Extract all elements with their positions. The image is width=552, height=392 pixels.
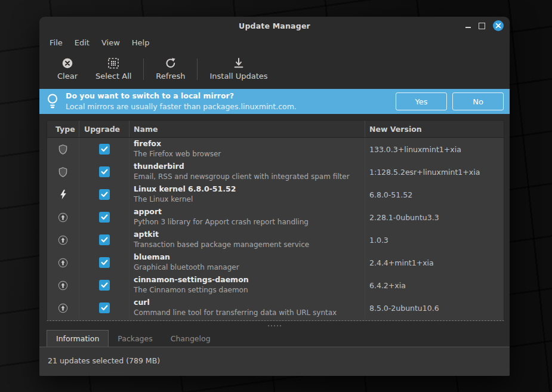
upgrade-cell xyxy=(79,138,129,160)
upgrade-checkbox[interactable] xyxy=(99,280,110,291)
upgrade-checkbox[interactable] xyxy=(99,189,110,200)
version-cell: 6.4.2+xia xyxy=(365,274,504,297)
package-description: Python 3 library for Apport crash report… xyxy=(134,217,309,227)
updates-table: Type Upgrade Name New Version firefoxThe… xyxy=(47,120,504,321)
column-header-name[interactable]: Name xyxy=(129,121,365,137)
version-cell: 133.0.3+linuxmint1+xia xyxy=(365,138,504,160)
arrow-up-circle-icon xyxy=(47,297,79,319)
package-name: apport xyxy=(134,207,309,217)
toolbar: Clear Select All Refresh Install Updates xyxy=(39,51,510,88)
mirror-banner-subtitle: Local mirrors are usually faster than pa… xyxy=(66,101,297,112)
lightbulb-icon xyxy=(46,92,59,110)
menu-view[interactable]: View xyxy=(95,36,126,49)
table-header: Type Upgrade Name New Version xyxy=(47,121,504,138)
tab-packages[interactable]: Packages xyxy=(109,330,161,347)
menu-file[interactable]: File xyxy=(44,36,69,49)
clear-label: Clear xyxy=(57,72,78,81)
install-updates-button[interactable]: Install Updates xyxy=(202,54,275,81)
mirror-banner-text: Do you want to switch to a local mirror?… xyxy=(66,91,297,112)
name-cell: bluemanGraphical bluetooth manager xyxy=(129,251,365,274)
name-cell: apportPython 3 library for Apport crash … xyxy=(129,206,365,229)
upgrade-checkbox[interactable] xyxy=(99,303,110,313)
maximize-icon[interactable] xyxy=(479,23,485,29)
select-all-button[interactable]: Select All xyxy=(88,54,138,81)
minimize-icon[interactable] xyxy=(465,27,471,28)
tab-changelog[interactable]: Changelog xyxy=(162,330,220,347)
column-header-new-version[interactable]: New Version xyxy=(365,121,504,137)
table-row[interactable]: aptkitTransaction based package manageme… xyxy=(47,229,504,251)
name-cell: Linux kernel 6.8.0-51.52The Linux kernel xyxy=(129,183,365,206)
package-new-version: 2.28.1-0ubuntu3.3 xyxy=(369,213,439,222)
status-panel: 21 updates selected (789 MB) xyxy=(39,347,510,376)
package-new-version: 2.4.4+mint1+xia xyxy=(369,258,434,267)
name-cell: thunderbirdEmail, RSS and newsgroup clie… xyxy=(129,160,365,183)
package-new-version: 1:128.5.2esr+linuxmint1+xia xyxy=(369,168,480,177)
pane-splitter-handle[interactable] xyxy=(39,321,510,330)
titlebar: Update Manager xyxy=(39,17,510,35)
arrow-up-circle-icon xyxy=(47,229,79,251)
version-cell: 2.28.1-0ubuntu3.3 xyxy=(365,206,504,229)
clear-button[interactable]: Clear xyxy=(47,54,88,81)
package-description: The Firefox web browser xyxy=(134,149,221,159)
upgrade-cell xyxy=(79,251,129,274)
upgrade-cell xyxy=(79,274,129,297)
table-row[interactable]: Linux kernel 6.8.0-51.52The Linux kernel… xyxy=(47,183,504,206)
package-name: firefox xyxy=(134,139,221,149)
mirror-yes-button[interactable]: Yes xyxy=(396,92,447,110)
refresh-button[interactable]: Refresh xyxy=(149,54,192,81)
upgrade-checkbox[interactable] xyxy=(99,257,110,268)
table-row[interactable]: cinnamon-settings-daemonThe Cinnamon set… xyxy=(47,274,504,297)
upgrade-cell xyxy=(79,183,129,206)
package-description: The Cinnamon settings daemon xyxy=(134,285,249,295)
shield-icon xyxy=(47,160,79,183)
select-all-label: Select All xyxy=(95,72,131,81)
table-row[interactable]: bluemanGraphical bluetooth manager2.4.4+… xyxy=(47,251,504,274)
upgrade-checkbox[interactable] xyxy=(99,144,110,155)
column-header-type[interactable]: Type xyxy=(47,121,79,137)
arrow-up-circle-icon xyxy=(47,251,79,274)
package-name: blueman xyxy=(134,252,239,263)
upgrade-cell xyxy=(79,229,129,251)
mirror-banner-title: Do you want to switch to a local mirror? xyxy=(66,91,297,101)
table-row[interactable]: firefoxThe Firefox web browser133.0.3+li… xyxy=(47,138,504,160)
status-text: 21 updates selected (789 MB) xyxy=(48,356,160,365)
package-description: Command line tool for transferring data … xyxy=(134,308,337,317)
table-row[interactable]: apportPython 3 library for Apport crash … xyxy=(47,206,504,229)
name-cell: aptkitTransaction based package manageme… xyxy=(129,229,365,251)
mirror-banner: Do you want to switch to a local mirror?… xyxy=(39,89,510,114)
refresh-icon xyxy=(165,57,177,69)
toolbar-separator xyxy=(197,58,198,80)
clear-icon xyxy=(61,57,73,69)
name-cell: curlCommand line tool for transferring d… xyxy=(129,297,365,319)
upgrade-checkbox[interactable] xyxy=(99,234,110,245)
version-cell: 8.5.0-2ubuntu10.6 xyxy=(365,297,504,319)
arrow-up-circle-icon xyxy=(47,274,79,297)
tab-information[interactable]: Information xyxy=(47,330,109,347)
window-controls xyxy=(465,17,504,35)
column-header-upgrade[interactable]: Upgrade xyxy=(79,121,129,137)
menu-help[interactable]: Help xyxy=(126,36,156,49)
package-new-version: 1.0.3 xyxy=(369,236,388,245)
toolbar-separator xyxy=(143,58,144,80)
package-name: cinnamon-settings-daemon xyxy=(134,275,249,285)
bottom-tabstrip: Information Packages Changelog xyxy=(39,330,510,347)
package-new-version: 133.0.3+linuxmint1+xia xyxy=(369,145,461,154)
package-description: Transaction based package management ser… xyxy=(134,240,309,249)
table-row[interactable]: curlCommand line tool for transferring d… xyxy=(47,297,504,319)
menu-edit[interactable]: Edit xyxy=(69,36,95,49)
package-name: thunderbird xyxy=(134,162,350,172)
version-cell: 1:128.5.2esr+linuxmint1+xia xyxy=(365,160,504,183)
package-description: The Linux kernel xyxy=(134,195,236,204)
upgrade-cell xyxy=(79,160,129,183)
close-icon[interactable] xyxy=(493,20,504,31)
package-name: aptkit xyxy=(134,230,309,240)
update-manager-window: Update Manager File Edit View Help Clear… xyxy=(39,17,510,376)
mirror-no-button[interactable]: No xyxy=(452,92,504,110)
table-body: firefoxThe Firefox web browser133.0.3+li… xyxy=(47,138,504,320)
table-row[interactable]: thunderbirdEmail, RSS and newsgroup clie… xyxy=(47,160,504,183)
upgrade-checkbox[interactable] xyxy=(99,212,110,223)
upgrade-cell xyxy=(79,297,129,319)
bolt-icon xyxy=(47,183,79,206)
install-updates-icon xyxy=(233,57,245,69)
upgrade-checkbox[interactable] xyxy=(99,166,110,177)
